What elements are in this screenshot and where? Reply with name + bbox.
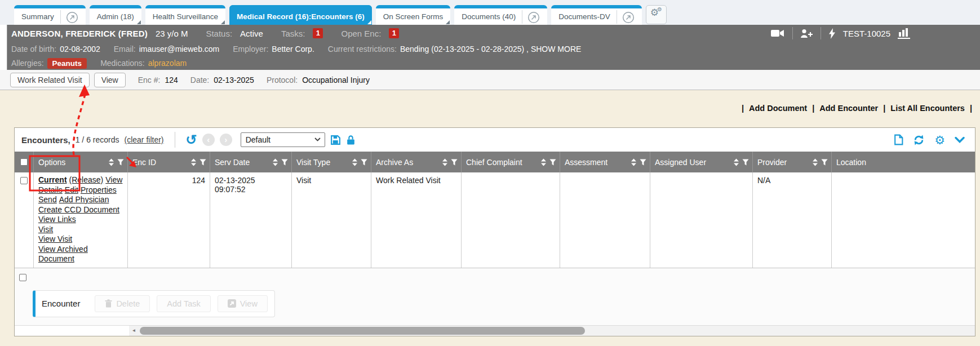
column-label: Chief Complaint	[466, 158, 522, 167]
allergies-label: Allergies:	[11, 59, 44, 68]
grid-settings-gear-icon[interactable]: ⚙	[934, 134, 945, 146]
column-header-chief-complaint[interactable]: Chief Complaint	[462, 152, 560, 172]
grid-toolbar-right: ⚙	[894, 134, 968, 146]
tab-documents-dv-label: Documents-DV	[558, 12, 610, 21]
column-header-assigned-user[interactable]: Assigned User	[650, 152, 753, 172]
clear-filter-link[interactable]: (clear filter)	[125, 135, 164, 144]
row-checkbox[interactable]	[20, 177, 28, 184]
external-link-icon[interactable]	[60, 10, 78, 24]
email-value: imauser@mieweb.com	[139, 45, 220, 54]
tab-fold-icon	[367, 20, 371, 24]
tab-admin[interactable]: Admin (18)	[90, 5, 141, 25]
tab-documents-dv[interactable]: Documents-DV	[551, 5, 642, 25]
collapse-chevron-icon[interactable]	[955, 136, 965, 143]
tab-health-surveillance[interactable]: Health Surveillance	[145, 5, 225, 25]
details-link[interactable]: Details	[38, 185, 63, 194]
add-person-icon[interactable]	[800, 29, 813, 38]
create-ccd-document-link[interactable]: Create CCD Document	[38, 205, 119, 214]
sort-icon	[733, 158, 739, 166]
tab-medical-record-encounters[interactable]: Medical Record (16):Encounters (6)	[229, 5, 372, 25]
lock-icon[interactable]	[346, 135, 356, 145]
restrictions-value[interactable]: Bending (02-13-2025 - 02-28-2025) , SHOW…	[400, 45, 581, 54]
add-encounter-link[interactable]: Add Encounter	[819, 104, 878, 113]
provider-cell: N/A	[753, 172, 832, 268]
list-all-encounters-link[interactable]: List All Encounters	[890, 104, 965, 113]
column-header-provider[interactable]: Provider	[753, 152, 832, 172]
column-header-enc-id[interactable]: Enc ID	[128, 152, 210, 172]
open-enc-count-badge[interactable]: 1	[389, 28, 399, 38]
delete-button[interactable]: Delete	[95, 295, 150, 312]
edit-link[interactable]: Edit	[65, 185, 78, 194]
tab-settings-gears-button[interactable]: ⚙ ⚙	[646, 5, 667, 24]
column-header-archive-as[interactable]: Archive As	[371, 152, 462, 172]
previous-page-button[interactable]: ‹	[202, 134, 215, 146]
lightning-bolt-icon[interactable]	[828, 28, 836, 39]
select-all-checkbox[interactable]	[20, 158, 28, 166]
new-document-icon[interactable]	[894, 134, 903, 145]
add-document-link[interactable]: Add Document	[749, 104, 807, 113]
medication-value[interactable]: alprazolam	[148, 59, 187, 68]
current-link[interactable]: Current	[38, 175, 67, 184]
link-separator: |	[883, 104, 885, 113]
tab-on-screen-forms[interactable]: On Screen Forms	[376, 5, 451, 25]
patient-name: ANDERSON, FREDERICK (FRED)	[11, 29, 148, 38]
status-label: Status:	[206, 29, 232, 38]
send-link[interactable]: Send	[38, 195, 57, 204]
tab-fold-icon	[137, 20, 141, 24]
tab-admin-label: Admin (18)	[97, 12, 134, 21]
undo-icon[interactable]: ↺	[186, 134, 197, 146]
column-header-serv-date[interactable]: Serv Date	[210, 152, 292, 172]
save-view-icon[interactable]	[330, 135, 341, 145]
tab-bar: Summary Admin (18) Health Surveillance M…	[0, 0, 980, 25]
view-visit-link[interactable]: View Visit	[38, 234, 72, 243]
release-link[interactable]: (Release)	[69, 175, 104, 184]
tab-documents[interactable]: Documents (40)	[454, 5, 547, 25]
scroll-left-arrow[interactable]: ◄	[129, 326, 139, 336]
view-button[interactable]: View	[94, 73, 126, 87]
footer-row-checkbox[interactable]	[19, 274, 26, 281]
scrollbar-track[interactable]	[139, 326, 975, 336]
trash-icon	[105, 299, 112, 308]
properties-link[interactable]: Properties	[81, 185, 117, 194]
view-encounter-button[interactable]: View	[218, 295, 268, 312]
grid-view-select[interactable]: Default	[241, 132, 325, 147]
filter-funnel-icon	[640, 159, 646, 166]
next-page-button[interactable]: ›	[220, 134, 232, 146]
add-task-button[interactable]: Add Task	[157, 295, 210, 312]
link-separator: |	[742, 104, 744, 113]
location-cell	[832, 172, 975, 268]
dob-value: 02-08-2002	[60, 45, 100, 54]
visit-link[interactable]: Visit	[38, 225, 53, 234]
view-link[interactable]: View	[105, 175, 122, 184]
divider	[792, 27, 793, 39]
refresh-icon[interactable]	[913, 134, 925, 146]
column-header-assessment[interactable]: Assessment	[560, 152, 650, 172]
add-physician-link[interactable]: Add Physician	[59, 195, 109, 204]
video-camera-icon[interactable]	[771, 29, 785, 38]
encounter-action-box: Encounter Delete Add Task View	[33, 290, 275, 317]
allergy-badge[interactable]: Peanuts	[47, 58, 87, 69]
filter-funnel-icon	[361, 159, 367, 166]
view-links-link[interactable]: View Links	[38, 215, 76, 224]
column-label: Provider	[757, 158, 787, 167]
column-header-options[interactable]: Options	[34, 152, 128, 172]
enc-id-cell: 124	[128, 172, 210, 268]
tab-summary[interactable]: Summary	[14, 5, 86, 25]
restrictions-label: Current restrictions:	[328, 45, 397, 54]
work-related-visit-button[interactable]: Work Related Visit	[10, 73, 90, 87]
status-value: Active	[240, 29, 263, 38]
column-header-visit-type[interactable]: Visit Type	[292, 152, 371, 172]
tab-fold-icon	[221, 20, 225, 24]
encounters-grid-panel: Encounters, 1 / 6 records (clear filter)…	[14, 127, 975, 336]
grid-title: Encounters,	[21, 135, 70, 145]
view-archived-document-link[interactable]: View Archived Document	[38, 245, 88, 264]
tasks-count-badge[interactable]: 1	[313, 28, 323, 38]
external-link-icon[interactable]	[522, 10, 540, 24]
column-header-location[interactable]: Location	[832, 152, 975, 172]
encounters-table: Options Enc ID Serv Date Visit Type	[15, 152, 975, 268]
scrollbar-thumb[interactable]	[140, 327, 585, 335]
date-label: Date:	[190, 76, 209, 85]
left-gutter	[0, 25, 7, 70]
bar-chart-icon[interactable]	[898, 28, 910, 39]
external-link-icon[interactable]	[617, 10, 635, 24]
